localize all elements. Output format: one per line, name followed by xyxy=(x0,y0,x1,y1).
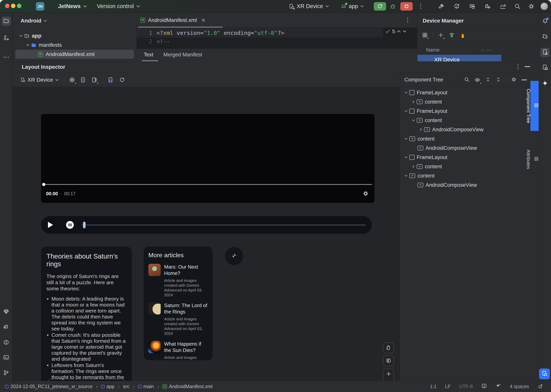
rerun-button[interactable] xyxy=(374,2,386,11)
article-item[interactable]: Mars: Our Next Home? Article and images … xyxy=(148,264,208,297)
audio-slider-track[interactable] xyxy=(81,224,366,225)
run-config-selector[interactable]: app xyxy=(341,3,364,9)
breadcrumb-item[interactable]: src xyxy=(123,384,129,389)
minimize-icon[interactable] xyxy=(525,66,530,67)
add-device-icon[interactable] xyxy=(438,32,444,38)
firebase-icon[interactable] xyxy=(460,32,466,38)
panel-options-icon[interactable]: ⋮ xyxy=(515,63,521,70)
chevron-down-icon[interactable] xyxy=(24,44,31,46)
tab-merged-manifest[interactable]: Merged Manifest xyxy=(163,52,202,58)
close-tab-icon[interactable]: ✕ xyxy=(201,17,206,23)
minimize-window-button[interactable] xyxy=(11,4,15,9)
stop-button[interactable] xyxy=(400,2,413,11)
export-snapshot-icon[interactable] xyxy=(80,77,86,83)
todo-list-icon[interactable] xyxy=(469,3,475,11)
column-header-2[interactable]: ... xyxy=(481,46,486,52)
tab-text[interactable]: Text xyxy=(144,52,153,58)
ai-sparkle-disabled-icon[interactable] xyxy=(495,383,501,390)
logcat-button[interactable] xyxy=(1,323,11,332)
tree-node[interactable]: ?content xyxy=(410,116,442,125)
visibility-eye-icon[interactable] xyxy=(474,77,480,83)
indent-setting[interactable]: 4 spaces xyxy=(510,384,529,389)
structure-tool-button[interactable] xyxy=(1,34,11,43)
pan-mode-button[interactable] xyxy=(383,342,394,353)
search-everywhere-icon[interactable] xyxy=(514,3,521,11)
running-devices-button[interactable] xyxy=(540,63,550,72)
settings-gear-icon[interactable] xyxy=(528,3,535,11)
prev-issue-icon[interactable] xyxy=(397,30,401,33)
3d-mode-button[interactable] xyxy=(383,355,394,366)
audio-player[interactable] xyxy=(41,216,372,234)
tab-component-tree[interactable]: Component Tree xyxy=(530,81,539,131)
debug-icon[interactable] xyxy=(390,3,396,10)
inspector-canvas[interactable]: 00:00 · 00:17 Theories about Saturn's ri… xyxy=(13,87,400,381)
view-mode-grid-icon[interactable] xyxy=(422,32,428,38)
user-avatar[interactable] xyxy=(541,3,548,10)
tree-node[interactable]: ?AndroidComposeView xyxy=(417,125,484,134)
editor-options-icon[interactable]: ⋮ xyxy=(405,16,411,23)
rerun-tests-icon[interactable]: A xyxy=(453,3,460,11)
file-encoding[interactable]: UTF-8 xyxy=(459,384,473,389)
more-tool-windows-button[interactable]: ⋯ xyxy=(1,52,11,62)
saturn-theories-card[interactable]: Theories about Saturn's rings The origin… xyxy=(41,247,132,387)
next-issue-icon[interactable] xyxy=(403,30,407,33)
tree-node[interactable]: FrameLayout xyxy=(403,88,447,97)
expand-all-icon[interactable] xyxy=(485,77,491,83)
audio-slider-thumb[interactable] xyxy=(83,222,86,228)
code-line-1[interactable]: <?xml version="1.0" encoding="utf-8"?> xyxy=(157,30,284,36)
live-updates-icon[interactable] xyxy=(108,77,114,83)
tree-node[interactable]: ?AndroidComposeView xyxy=(417,180,477,190)
breadcrumb-item[interactable]: 2024-12-05_RC11_jetnews_xr_source xyxy=(10,384,93,389)
project-view-selector[interactable]: Android xyxy=(21,18,47,24)
video-settings-gear-icon[interactable] xyxy=(362,190,369,197)
tree-item-androidmanifest[interactable]: M AndroidManifest.xml xyxy=(38,50,95,59)
problems-button[interactable] xyxy=(1,338,11,347)
minimize-icon[interactable] xyxy=(522,79,527,80)
caret-position[interactable]: 1:1 xyxy=(430,384,437,389)
project-tool-button[interactable] xyxy=(1,17,11,26)
tab-androidmanifest[interactable]: M AndroidManifest.xml ✕ xyxy=(137,13,417,28)
search-icon[interactable] xyxy=(464,77,470,83)
device-row-xr-device[interactable]: XR Device xyxy=(417,55,501,62)
gemini-button[interactable] xyxy=(540,79,550,88)
breadcrumb-item[interactable]: main xyxy=(143,384,154,389)
more-run-options-icon[interactable]: ⋮ xyxy=(418,2,424,10)
snapshot-views-icon[interactable] xyxy=(91,77,98,83)
tree-node[interactable]: ?AndroidComposeView xyxy=(417,143,477,153)
gradle-button[interactable] xyxy=(540,32,550,42)
refresh-icon[interactable] xyxy=(119,77,125,83)
tree-item-app[interactable]: app xyxy=(18,31,41,40)
view-options-icon[interactable] xyxy=(69,77,75,83)
tree-node[interactable]: FrameLayout xyxy=(403,153,447,162)
chevron-down-icon[interactable] xyxy=(18,35,24,37)
pair-wifi-icon[interactable] xyxy=(449,32,455,38)
tree-node[interactable]: FrameLayout xyxy=(403,106,447,116)
video-player[interactable]: 00:00 · 00:17 xyxy=(41,114,374,203)
unlocked-icon[interactable] xyxy=(537,383,543,390)
line-ending[interactable]: LF xyxy=(445,384,451,389)
inspections-widget[interactable]: 5 xyxy=(385,28,407,35)
build-icon[interactable] xyxy=(438,3,445,11)
pause-button[interactable] xyxy=(66,221,74,229)
settings-gear-icon[interactable] xyxy=(511,77,517,83)
version-control-button[interactable] xyxy=(1,369,11,378)
tab-attributes[interactable]: Attributes xyxy=(530,140,539,179)
video-progress-bar[interactable] xyxy=(43,184,372,185)
device-manager-button[interactable] xyxy=(540,48,550,57)
inspector-device-selector[interactable]: XR Device xyxy=(20,77,59,83)
tree-node[interactable]: ?content xyxy=(410,97,442,106)
zoom-in-button[interactable] xyxy=(386,371,392,378)
profiler-icon[interactable] xyxy=(499,3,506,11)
collapse-panel-button[interactable] xyxy=(225,247,243,265)
attach-debugger-icon[interactable] xyxy=(484,3,491,11)
article-item[interactable]: What Happens if the Sun Dies? Article an… xyxy=(148,341,208,360)
maximize-window-button[interactable] xyxy=(17,4,21,9)
terminal-button[interactable] xyxy=(1,353,11,362)
column-header-name[interactable]: Name xyxy=(426,47,439,53)
embedded-inspector-toggle-button[interactable] xyxy=(539,369,550,379)
breadcrumb-item[interactable]: AndroidManifest.xml xyxy=(169,384,213,389)
inspections-status-icon[interactable] xyxy=(481,383,487,390)
device-selector[interactable]: XR Device xyxy=(289,3,329,9)
vcs-menu[interactable]: Version control xyxy=(97,3,134,9)
play-icon[interactable] xyxy=(48,222,53,228)
